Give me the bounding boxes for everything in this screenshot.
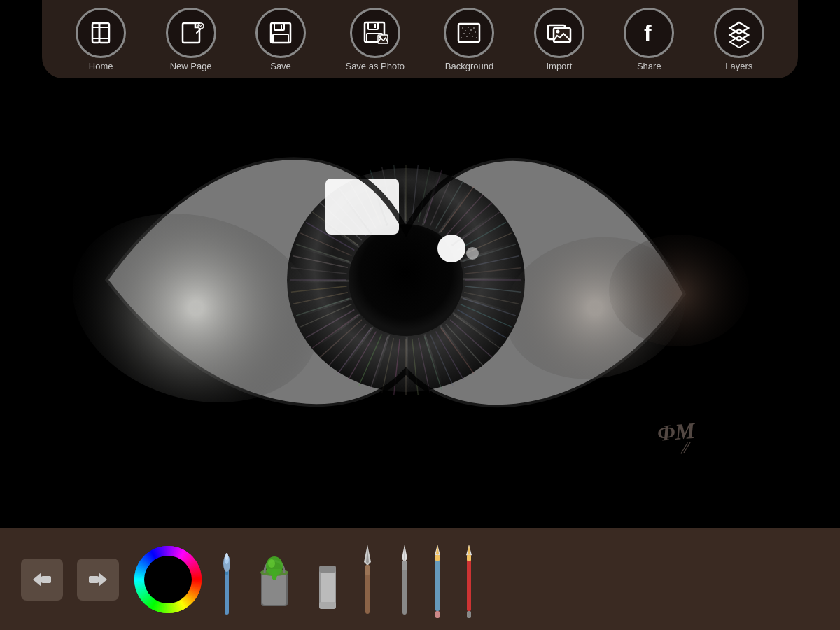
home-icon [76,8,126,58]
svg-rect-67 [365,565,370,575]
svg-rect-74 [435,555,440,611]
share-label: Share [637,61,662,71]
svg-point-22 [379,36,381,38]
layers-icon [714,8,764,58]
save-as-photo-icon [350,8,400,58]
svg-point-34 [475,31,476,33]
svg-rect-45 [41,576,51,583]
svg-point-35 [461,37,462,38]
fountain-pen-tool[interactable] [394,538,415,622]
svg-rect-81 [467,611,471,618]
share-button[interactable]: f Share [624,8,674,71]
home-button[interactable]: Home [76,8,126,71]
main-canvas[interactable] [0,0,840,528]
svg-marker-42 [730,29,748,41]
svg-text:×: × [199,24,202,29]
svg-rect-15 [273,34,288,43]
import-button[interactable]: Import [534,8,584,71]
svg-rect-61 [321,567,335,606]
svg-point-30 [463,33,465,34]
bucket-tool[interactable] [251,538,300,622]
svg-point-33 [472,36,473,37]
import-icon [534,8,584,58]
svg-point-52 [225,553,228,560]
background-label: Background [445,61,493,71]
svg-rect-1 [99,23,109,43]
svg-point-27 [468,27,469,28]
svg-point-58 [266,556,283,576]
blue-pencil-tool[interactable] [429,538,447,622]
svg-point-36 [476,37,477,38]
redo-button[interactable] [77,559,119,601]
svg-marker-43 [730,36,748,48]
svg-rect-79 [467,555,471,611]
svg-point-25 [462,27,463,29]
eraser-tool[interactable] [314,538,342,622]
layers-button[interactable]: Layers [714,8,764,71]
save-as-photo-button[interactable]: Save as Photo [345,8,405,71]
svg-point-39 [556,29,559,33]
svg-rect-0 [92,23,99,43]
svg-point-29 [473,27,475,29]
share-icon: f [624,8,674,58]
background-icon [444,8,494,58]
svg-rect-47 [89,576,99,583]
svg-rect-14 [274,23,284,30]
svg-rect-75 [435,555,440,561]
svg-point-26 [465,30,466,31]
svg-marker-46 [99,573,107,587]
svg-rect-63 [319,602,336,609]
svg-point-28 [470,29,472,31]
red-pencil-tool[interactable] [461,538,478,622]
calligraphy-tool[interactable] [356,538,380,622]
new-page-icon: × [166,8,216,58]
svg-point-31 [466,36,468,37]
svg-rect-76 [435,611,440,618]
svg-rect-62 [319,566,336,573]
background-button[interactable]: Background [444,8,494,71]
new-page-button[interactable]: × New Page [166,8,216,71]
color-wheel[interactable] [133,545,203,615]
svg-text:f: f [644,20,652,46]
import-label: Import [546,61,572,71]
svg-rect-80 [467,555,471,561]
svg-point-32 [469,33,470,34]
layers-label: Layers [725,61,752,71]
new-page-label: New Page [170,61,212,71]
top-toolbar: Home × New Page Save [42,0,798,78]
svg-marker-41 [730,22,748,34]
save-label: Save [270,61,291,71]
svg-marker-44 [33,573,41,587]
save-button[interactable]: Save [255,8,306,71]
undo-button[interactable] [21,559,63,601]
svg-rect-71 [402,561,407,570]
drawing-canvas-area[interactable] [0,0,840,528]
bottom-toolbar [0,528,840,630]
paintbrush-tool[interactable] [217,538,237,622]
svg-rect-48 [225,569,229,615]
svg-rect-18 [368,22,378,29]
save-icon [255,8,306,58]
color-wheel-canvas[interactable] [133,545,203,615]
home-label: Home [89,61,113,71]
svg-point-59 [268,559,275,568]
save-as-photo-label: Save as Photo [345,61,405,71]
svg-rect-23 [458,24,479,42]
